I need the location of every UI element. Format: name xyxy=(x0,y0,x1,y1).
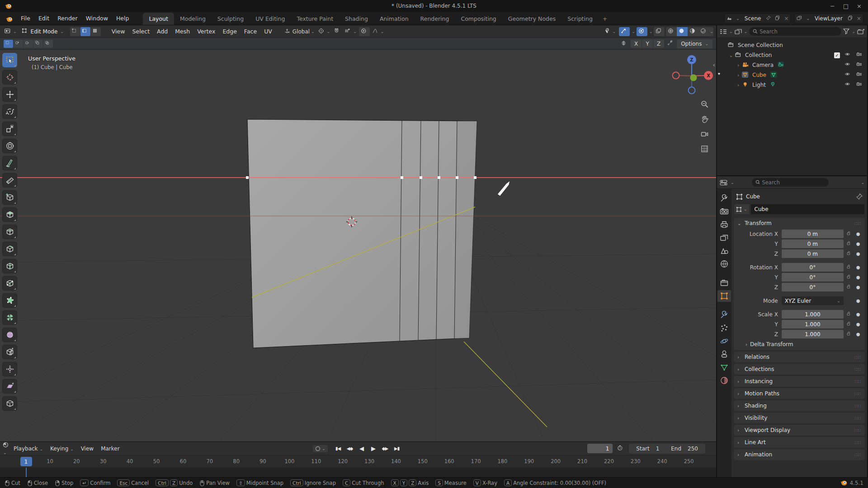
panel-grip[interactable]: ∷∷ xyxy=(854,404,861,408)
proportional-falloff-dropdown[interactable]: ⌄ xyxy=(371,27,386,36)
menu-edit[interactable]: Edit xyxy=(34,13,53,25)
show-overlays-toggle[interactable] xyxy=(637,27,647,36)
panel-grip[interactable]: ∷∷ xyxy=(854,355,861,360)
value-field[interactable]: 0 m xyxy=(782,230,844,238)
panel-grip[interactable]: ∷∷ xyxy=(854,379,861,384)
filter-icon[interactable] xyxy=(843,28,849,34)
tool-knife[interactable] xyxy=(2,276,17,291)
properties-tab-constraints[interactable] xyxy=(717,348,731,360)
lock-open-icon[interactable] xyxy=(844,241,855,247)
animate-dot-button[interactable]: ● xyxy=(855,298,861,303)
workspace-tab-sculpting[interactable]: Sculpting xyxy=(212,13,250,25)
viewport-menu-vertex[interactable]: Vertex xyxy=(193,26,219,37)
workspace-tab-rendering[interactable]: Rendering xyxy=(415,13,455,25)
collection-checkbox[interactable]: ✓ xyxy=(834,52,840,58)
jump-to-end-button[interactable]: ▶▮ xyxy=(392,444,402,453)
timeline-menu-playback[interactable]: Playback ⌄ xyxy=(10,444,47,454)
outliner-search[interactable] xyxy=(749,27,841,36)
blender-menu-icon[interactable] xyxy=(0,16,17,25)
properties-options-dropdown[interactable]: ⌄ xyxy=(861,180,864,185)
disable-render-toggle-icon[interactable] xyxy=(856,62,863,68)
tool-rotate[interactable] xyxy=(2,104,17,119)
menu-render[interactable]: Render xyxy=(53,13,82,25)
value-field[interactable]: 0° xyxy=(782,273,844,282)
lock-open-icon[interactable] xyxy=(844,251,855,257)
play-button[interactable]: ▶ xyxy=(368,444,379,453)
properties-tab-object[interactable] xyxy=(717,290,731,302)
menu-window[interactable]: Window xyxy=(82,13,112,25)
pivot-dropdown[interactable]: ⌄ xyxy=(317,27,332,36)
outliner-row-camera[interactable]: ›Camera xyxy=(717,60,867,70)
expander-icon[interactable]: › xyxy=(735,73,741,78)
edge-select-button[interactable] xyxy=(80,27,90,36)
tool-select-box[interactable] xyxy=(2,53,17,67)
outliner-row-cube[interactable]: ›Cube xyxy=(717,70,867,80)
panel-header[interactable]: ›Instancing∷∷ xyxy=(734,376,865,387)
viewport-menu-view[interactable]: View xyxy=(108,26,129,37)
select-subtract-button[interactable] xyxy=(24,40,33,48)
outliner-row-scene-collection[interactable]: Scene Collection xyxy=(717,40,867,50)
properties-tab-data[interactable] xyxy=(717,361,731,373)
snap-toggle[interactable] xyxy=(332,27,342,36)
panel-header[interactable]: ›Visibility∷∷ xyxy=(734,413,865,423)
animate-dot-button[interactable]: ● xyxy=(855,275,861,280)
vertex-select-button[interactable] xyxy=(70,27,80,36)
lock-open-icon[interactable] xyxy=(844,231,855,237)
jump-to-start-button[interactable]: ▮◀ xyxy=(333,444,344,453)
workspace-tab-compositing[interactable]: Compositing xyxy=(455,13,502,25)
transform-panel-header[interactable]: ⌄ Transform ∷∷ xyxy=(734,218,865,229)
xray-toggle[interactable] xyxy=(654,27,665,36)
hide-viewport-toggle-icon[interactable] xyxy=(844,82,852,88)
value-field[interactable]: 0 m xyxy=(782,249,844,258)
mirror-axis-z[interactable]: Z xyxy=(653,39,664,48)
next-keyframe-button[interactable]: ◆▶ xyxy=(380,444,391,453)
visibility-dropdown[interactable]: ⌄ xyxy=(602,27,618,36)
current-frame-field[interactable]: 1 xyxy=(587,444,613,453)
proportional-edit-toggle[interactable] xyxy=(359,27,370,36)
workspace-tab-texture-paint[interactable]: Texture Paint xyxy=(291,13,339,25)
viewport-menu-add[interactable]: Add xyxy=(153,26,171,37)
panel-grip[interactable]: ∷∷ xyxy=(854,452,861,457)
disable-render-toggle-icon[interactable] xyxy=(856,72,863,78)
tool-move[interactable] xyxy=(2,87,17,102)
workspace-tab-animation[interactable]: Animation xyxy=(374,13,415,25)
outliner-row-collection[interactable]: ⌄Collection✓ xyxy=(717,50,867,60)
value-field[interactable]: 1.000 xyxy=(782,310,844,319)
tool-inset-faces[interactable] xyxy=(2,225,17,239)
tool-poly-build[interactable] xyxy=(2,293,17,308)
tool-annotate[interactable] xyxy=(2,156,17,170)
panel-header[interactable]: ›Collections∷∷ xyxy=(734,364,865,375)
animate-dot-button[interactable]: ● xyxy=(855,241,861,246)
properties-tab-collection[interactable] xyxy=(717,277,731,289)
lock-open-icon[interactable] xyxy=(844,274,855,281)
animate-dot-button[interactable]: ● xyxy=(855,251,861,256)
lock-open-icon[interactable] xyxy=(844,311,855,318)
timeline-menu-marker[interactable]: Marker xyxy=(97,444,123,454)
outliner-search-input[interactable] xyxy=(760,28,838,35)
tool-scale[interactable] xyxy=(2,122,17,136)
select-intersect-button[interactable] xyxy=(43,40,53,48)
panel-header[interactable]: ›Relations∷∷ xyxy=(734,352,865,362)
expander-icon[interactable]: › xyxy=(735,63,741,68)
current-frame-indicator[interactable]: 1 xyxy=(20,457,32,466)
panel-header[interactable]: ›Shading∷∷ xyxy=(734,400,865,411)
properties-tab-render[interactable] xyxy=(717,206,731,217)
tool-shrink-fatten[interactable] xyxy=(2,362,17,376)
face-select-button[interactable] xyxy=(91,27,101,36)
properties-tab-modifiers[interactable] xyxy=(717,309,731,321)
mode-dropdown[interactable]: Edit Mode⌄ xyxy=(19,27,66,36)
snap-settings-dropdown[interactable]: ⌄ xyxy=(343,27,358,36)
animate-dot-button[interactable]: ● xyxy=(855,285,861,290)
close-button[interactable]: × xyxy=(857,3,862,9)
properties-tab-particles[interactable] xyxy=(717,322,731,334)
timeline-channels[interactable] xyxy=(0,468,716,477)
viewport-menu-face[interactable]: Face xyxy=(241,26,260,37)
show-gizmo-toggle[interactable] xyxy=(619,27,630,36)
properties-tab-physics[interactable] xyxy=(717,335,731,347)
options-dropdown[interactable]: Options⌄ xyxy=(677,39,712,48)
wireframe-shading-button[interactable] xyxy=(666,27,677,36)
tool-transform[interactable] xyxy=(2,139,17,153)
animate-dot-button[interactable]: ● xyxy=(855,332,861,337)
tool-measure[interactable] xyxy=(2,173,17,188)
select-invert-button[interactable] xyxy=(33,40,43,48)
